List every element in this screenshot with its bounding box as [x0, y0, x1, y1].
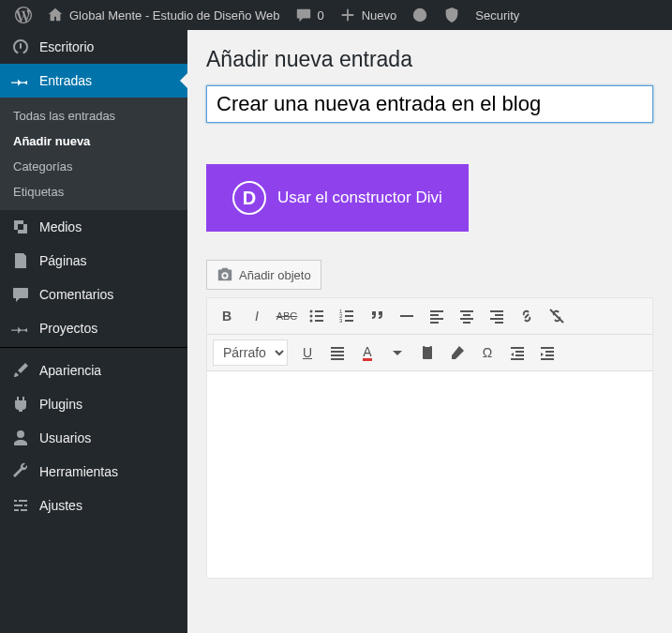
shield-item[interactable]: [436, 0, 468, 30]
svg-rect-29: [331, 358, 344, 360]
sidebar-item-plugins[interactable]: Plugins: [0, 387, 187, 421]
justify-button[interactable]: [323, 339, 351, 367]
site-name: Global Mente - Estudio de Diseño Web: [69, 8, 280, 23]
projects-icon: [11, 319, 30, 338]
page-icon: [11, 251, 30, 270]
sidebar-item-appearance[interactable]: Apariencia: [0, 354, 187, 387]
sidebar-item-pages[interactable]: Páginas: [0, 244, 187, 278]
svg-rect-26: [331, 347, 344, 349]
svg-rect-34: [515, 354, 524, 356]
sub-item-all-posts[interactable]: Todas las entradas: [0, 103, 187, 128]
align-center-button[interactable]: [453, 302, 481, 330]
sidebar-item-posts[interactable]: Entradas: [0, 64, 187, 98]
sidebar-item-users[interactable]: Usuarios: [0, 421, 187, 455]
yoast-item[interactable]: [404, 0, 436, 30]
svg-rect-20: [460, 318, 473, 320]
divi-button-label: Usar el constructor Divi: [277, 188, 442, 207]
svg-rect-38: [545, 354, 554, 356]
new-label: Nuevo: [362, 8, 397, 23]
editor-content-area[interactable]: [207, 371, 652, 578]
admin-topbar: Global Mente - Estudio de Diseño Web 0 N…: [0, 0, 672, 30]
align-right-button[interactable]: [483, 302, 511, 330]
sidebar-item-media[interactable]: Medios: [0, 210, 187, 244]
paste-button[interactable]: [413, 339, 441, 367]
format-select[interactable]: Párrafo: [213, 339, 288, 366]
bold-button[interactable]: B: [213, 302, 241, 330]
sidebar-item-label: Escritorio: [39, 39, 94, 54]
svg-rect-21: [463, 322, 470, 324]
yoast-icon: [411, 7, 428, 23]
numbered-list-icon: 123: [337, 307, 356, 325]
sidebar-item-label: Usuarios: [39, 430, 91, 445]
textcolor-picker[interactable]: [383, 339, 411, 367]
outdent-button[interactable]: [503, 339, 531, 367]
sidebar-item-label: Plugins: [39, 397, 82, 412]
post-title-input[interactable]: [206, 85, 653, 123]
sidebar-item-tools[interactable]: Herramientas: [0, 455, 187, 489]
sidebar-item-dashboard[interactable]: Escritorio: [0, 30, 187, 64]
textcolor-button[interactable]: A: [353, 339, 381, 367]
svg-text:3: 3: [339, 318, 343, 324]
wp-home-item[interactable]: [7, 0, 39, 30]
blockquote-button[interactable]: [363, 302, 391, 330]
svg-rect-16: [430, 318, 443, 320]
site-home-item[interactable]: Global Mente - Estudio de Diseño Web: [39, 0, 288, 30]
plus-icon: [339, 7, 356, 23]
numbered-list-button[interactable]: 123: [333, 302, 361, 330]
unlink-button[interactable]: [543, 302, 571, 330]
pin-icon: [11, 71, 30, 90]
link-button[interactable]: [513, 302, 541, 330]
italic-button[interactable]: I: [243, 302, 271, 330]
unlink-icon: [547, 307, 566, 325]
svg-rect-15: [430, 314, 439, 316]
sub-item-tags[interactable]: Etiquetas: [0, 179, 187, 204]
user-icon: [11, 429, 30, 447]
sidebar-item-label: Apariencia: [39, 363, 101, 378]
align-left-icon: [427, 307, 446, 325]
bullet-list-button[interactable]: [303, 302, 331, 330]
svg-rect-33: [515, 351, 524, 353]
svg-point-1: [310, 310, 313, 313]
sidebar-item-projects[interactable]: Proyectos: [0, 311, 187, 345]
svg-rect-22: [490, 310, 503, 312]
sidebar-item-label: Comentarios: [39, 287, 113, 302]
hr-icon: [397, 307, 416, 325]
underline-button[interactable]: U: [293, 339, 321, 367]
posts-submenu: Todas las entradas Añadir nueva Categorí…: [0, 98, 187, 210]
comments-icon: [11, 285, 30, 304]
justify-icon: [328, 343, 347, 362]
comments-item[interactable]: 0: [288, 0, 332, 30]
sidebar-item-comments[interactable]: Comentarios: [0, 278, 187, 311]
svg-rect-14: [430, 310, 443, 312]
indent-button[interactable]: [533, 339, 561, 367]
sidebar-item-label: Herramientas: [39, 464, 118, 479]
svg-rect-39: [541, 358, 554, 360]
clear-format-button[interactable]: [443, 339, 471, 367]
security-label: Security: [475, 8, 519, 23]
svg-rect-35: [511, 358, 524, 360]
menu-separator: [0, 347, 187, 352]
indent-icon: [538, 343, 557, 362]
divi-builder-button[interactable]: D Usar el constructor Divi: [206, 164, 469, 232]
align-left-button[interactable]: [423, 302, 451, 330]
media-icon: [11, 218, 30, 236]
special-char-button[interactable]: Ω: [473, 339, 501, 367]
security-item[interactable]: Security: [468, 0, 527, 30]
sidebar-item-label: Ajustes: [39, 498, 82, 513]
sidebar-item-settings[interactable]: Ajustes: [0, 489, 187, 522]
sub-item-add-new[interactable]: Añadir nueva: [0, 128, 187, 154]
plugin-icon: [11, 395, 30, 414]
main-content: Añadir nueva entrada D Usar el construct…: [187, 30, 672, 633]
svg-rect-23: [495, 314, 503, 316]
svg-rect-10: [345, 315, 353, 317]
svg-rect-12: [345, 320, 353, 322]
svg-rect-24: [490, 318, 503, 320]
strikethrough-button[interactable]: ABC: [273, 302, 301, 330]
add-media-button[interactable]: Añadir objeto: [206, 260, 321, 290]
hr-button[interactable]: [393, 302, 421, 330]
sub-item-categories[interactable]: Categorías: [0, 154, 187, 179]
new-item[interactable]: Nuevo: [332, 0, 405, 30]
sidebar-item-label: Medios: [39, 219, 82, 234]
dashboard-icon: [11, 38, 30, 56]
outdent-icon: [508, 343, 527, 362]
